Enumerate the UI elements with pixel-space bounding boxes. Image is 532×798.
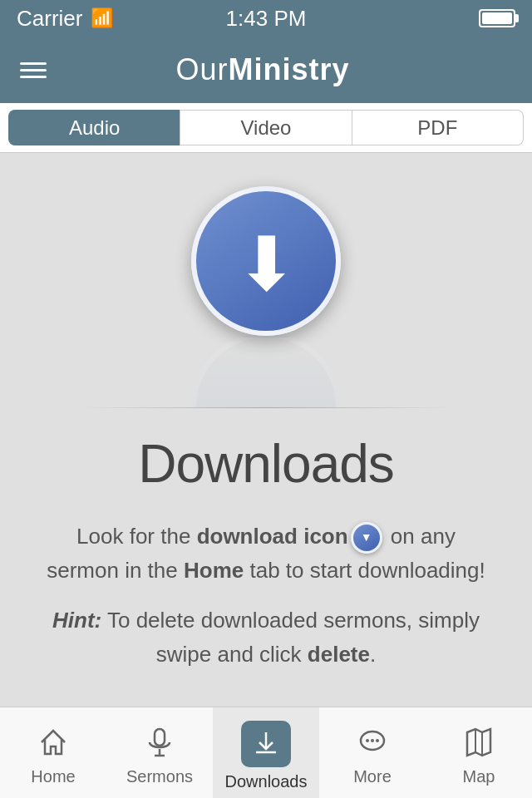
tab-pdf[interactable]: PDF (352, 110, 524, 145)
svg-point-5 (366, 739, 369, 742)
tab-audio[interactable]: Audio (8, 110, 180, 145)
downloads-icon-box (241, 721, 291, 767)
reflection-circle (191, 332, 341, 407)
tab-map-label: Map (463, 767, 495, 786)
page-title: Downloads (138, 433, 394, 495)
tab-sermons[interactable]: Sermons (106, 707, 213, 798)
svg-point-6 (371, 739, 374, 742)
tab-audio-label: Audio (69, 116, 120, 140)
svg-point-7 (376, 739, 379, 742)
tab-home[interactable]: Home (0, 707, 106, 798)
bottom-tab-bar: Home Sermons Downloads (0, 707, 532, 798)
download-circle: ⬇ (191, 186, 341, 336)
svg-rect-0 (155, 729, 165, 746)
tab-video[interactable]: Video (180, 110, 352, 145)
hint-bold: Hint: (52, 608, 101, 633)
home-icon (37, 726, 70, 762)
tab-home-label: Home (31, 767, 75, 786)
content-tabs: Audio Video PDF (0, 103, 532, 153)
status-bar: Carrier 📶 1:43 PM (0, 0, 532, 37)
wifi-icon: 📶 (91, 7, 113, 29)
desc-part3: tab to start downloading! (244, 558, 485, 583)
desc-bold2: Home (184, 558, 244, 583)
battery-icon (479, 9, 515, 27)
desc-part1: Look for the (76, 524, 197, 549)
carrier-text: Carrier (17, 6, 82, 32)
svg-marker-8 (467, 729, 490, 756)
download-icon-large: ⬇ (191, 186, 341, 336)
status-left: Carrier 📶 (17, 6, 113, 32)
tab-pdf-label: PDF (417, 116, 457, 140)
title-light: Our (175, 52, 228, 86)
map-icon (462, 726, 495, 762)
menu-button[interactable] (20, 62, 47, 78)
tab-more-label: More (353, 767, 392, 786)
icon-reflection (191, 332, 341, 407)
menu-line-1 (20, 62, 47, 65)
hint-end: . (370, 642, 376, 667)
tab-downloads[interactable]: Downloads (213, 707, 319, 798)
battery-fill (482, 12, 512, 24)
tab-map[interactable]: Map (426, 707, 532, 798)
tab-downloads-label: Downloads (225, 772, 308, 791)
divider (80, 407, 452, 408)
chat-icon (356, 726, 389, 762)
description-text: Look for the download icon on any sermon… (33, 520, 499, 587)
tab-more[interactable]: More (319, 707, 426, 798)
download-arrow-icon: ⬇ (235, 227, 298, 302)
menu-line-2 (20, 69, 47, 71)
hint-text: Hint: To delete downloaded sermons, simp… (33, 603, 499, 671)
title-bold: Ministry (228, 52, 349, 86)
app-title: OurMinistry (175, 52, 349, 87)
inline-download-icon (351, 522, 382, 554)
tab-video-label: Video (241, 116, 292, 140)
menu-line-3 (20, 76, 47, 78)
status-time: 1:43 PM (226, 6, 307, 32)
mic-icon (143, 726, 176, 762)
nav-bar: OurMinistry (0, 37, 532, 103)
hint-body: To delete downloaded sermons, simply swi… (101, 608, 480, 666)
main-content: ⬇ Downloads Look for the download icon o… (0, 153, 532, 707)
desc-bold1: download icon (197, 524, 348, 549)
hint-delete: delete (308, 642, 370, 667)
tab-sermons-label: Sermons (126, 767, 193, 786)
